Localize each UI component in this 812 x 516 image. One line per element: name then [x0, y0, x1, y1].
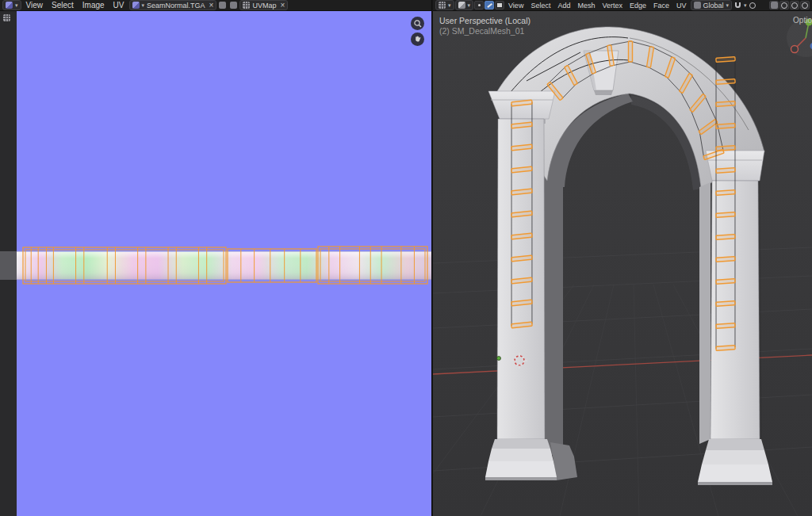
uv-editor-body [0, 11, 431, 516]
offcanvas-image-strip [0, 251, 17, 280]
xray-icon [771, 2, 778, 9]
vertex-select-button[interactable] [474, 1, 484, 10]
snap-dropdown-icon[interactable]: ▾ [744, 2, 747, 8]
right-pillar-inner-face [699, 182, 710, 444]
viewport-editor-icon [439, 2, 446, 9]
left-base-shadow [485, 477, 557, 480]
face-select-button[interactable] [495, 1, 504, 10]
right-base-shadow [698, 482, 772, 485]
zoom-button[interactable] [411, 17, 424, 30]
image-editor-icon [6, 2, 13, 9]
unlink-uvmap-icon[interactable]: × [278, 2, 285, 10]
pan-button[interactable] [411, 32, 424, 46]
menu-add[interactable]: Add [554, 2, 573, 10]
chevron-down-icon: ▾ [468, 2, 471, 8]
proportional-edit-toggle[interactable] [748, 1, 758, 10]
menu-select[interactable]: Select [527, 2, 553, 10]
uvmap-name: UVMap [252, 2, 276, 10]
right-base-step2 [702, 450, 768, 464]
blender-window: ▾ View Select Image UV ▾ SeamNormal.TGA … [0, 0, 812, 516]
shading-material-icon [802, 2, 808, 9]
orientation-label: Global [703, 2, 724, 10]
menu-select[interactable]: Select [48, 1, 78, 10]
object-origin-dot [497, 357, 501, 361]
right-base-step1 [706, 439, 764, 450]
vertex-icon [478, 4, 481, 6]
edge-select-button[interactable] [485, 1, 494, 10]
menu-view[interactable]: View [22, 1, 48, 10]
face-icon [497, 3, 502, 7]
menu-view[interactable]: View [505, 2, 527, 10]
canvas-zoom-controls [411, 17, 424, 46]
uv-canvas[interactable] [17, 11, 431, 516]
menu-mesh[interactable]: Mesh [574, 2, 598, 10]
chevron-down-icon: ▾ [15, 2, 18, 8]
menu-uv[interactable]: UV [673, 2, 690, 10]
uv-editor-toolbar[interactable] [0, 11, 17, 516]
pin-glyph-icon [219, 2, 226, 9]
chevron-down-icon: ▾ [142, 2, 145, 8]
chevron-down-icon: ▾ [448, 2, 451, 8]
menu-image[interactable]: Image [79, 1, 109, 10]
viewport-3d-editor: ▾ ▾ View Select Add Mesh Vertex Edge Fac… [432, 0, 812, 516]
uv-editor-header: ▾ View Select Image UV ▾ SeamNormal.TGA … [0, 0, 431, 11]
viewport-header: ▾ ▾ View Select Add Mesh Vertex Edge Fac… [433, 0, 812, 11]
overlays-toggle[interactable] [779, 1, 789, 10]
transform-orientation-selector[interactable]: Global ▾ [691, 0, 733, 10]
image-icon [132, 2, 140, 9]
mode-selector[interactable]: ▾ [455, 0, 474, 10]
shield-icon[interactable] [228, 1, 239, 10]
shading-material-button[interactable] [800, 1, 810, 10]
left-base-step1 [492, 439, 550, 449]
uv-canvas-svg[interactable] [17, 11, 431, 516]
shading-solid-button[interactable] [790, 1, 799, 10]
overlays-icon [781, 2, 787, 9]
edge-icon [487, 3, 492, 7]
menu-vertex[interactable]: Vertex [599, 2, 626, 10]
proportional-edit-icon [749, 2, 756, 9]
toolbar-grid-icon [3, 14, 10, 21]
menu-face[interactable]: Face [650, 2, 672, 10]
menu-uv[interactable]: UV [109, 1, 128, 10]
editor-type-button[interactable]: ▾ [435, 0, 454, 10]
image-name: SeamNormal.TGA [147, 2, 205, 10]
chevron-down-icon: ▾ [726, 2, 730, 8]
right-base-step3 [698, 464, 772, 482]
uv-image-editor: ▾ View Select Image UV ▾ SeamNormal.TGA … [0, 0, 432, 516]
snap-magnet-icon [735, 2, 741, 8]
editor-type-button[interactable]: ▾ [2, 0, 21, 10]
gizmo-x-axis[interactable] [791, 46, 799, 53]
left-base-step2 [488, 449, 553, 461]
pin-icon[interactable] [217, 1, 228, 10]
orientation-icon [694, 2, 701, 9]
uvmap-selector[interactable]: UVMap × [239, 0, 288, 10]
snap-toggle[interactable] [733, 1, 743, 10]
edit-mode-icon [458, 2, 465, 9]
viewport-body: User Perspective (Local) (2) SM_DecalMes… [433, 11, 812, 516]
image-datablock-selector[interactable]: ▾ SeamNormal.TGA × [129, 0, 217, 10]
shield-glyph-icon [230, 2, 237, 9]
uvmap-grid-icon [243, 2, 250, 9]
shading-solid-icon [791, 2, 798, 9]
left-base-step3 [485, 461, 557, 477]
menu-edge[interactable]: Edge [626, 2, 649, 10]
zoom-icon [413, 19, 423, 29]
keystone-shadow [594, 90, 613, 95]
3d-viewport-canvas[interactable] [433, 11, 812, 516]
xray-toggle[interactable] [769, 1, 779, 10]
pan-hand-icon [413, 35, 423, 44]
unlink-image-icon[interactable]: × [208, 2, 214, 10]
